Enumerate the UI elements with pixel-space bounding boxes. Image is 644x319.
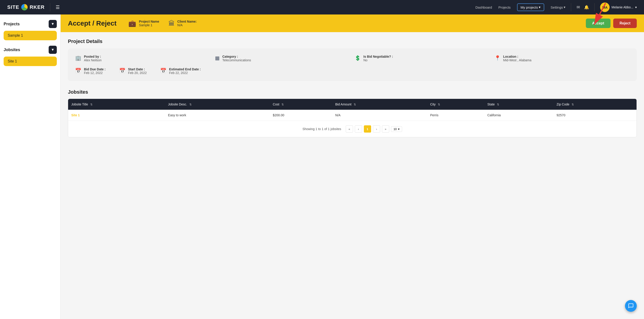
user-chevron-icon: ▾ xyxy=(635,6,637,9)
project-name-value: Sample 1 xyxy=(139,23,159,27)
filter-icon: ▼ xyxy=(51,48,54,52)
cell-bid-amount: N/A xyxy=(332,110,427,120)
table-body: Site 1 Easy to work $200.00 N/A Perris C… xyxy=(68,110,636,120)
mail-icon[interactable]: ✉ xyxy=(576,5,580,10)
nav-link-my-projects[interactable]: My projects ▾ xyxy=(517,4,544,11)
calendar-icon: 📅 xyxy=(75,68,81,74)
sort-icon[interactable]: ⇅ xyxy=(438,103,440,106)
chat-icon xyxy=(628,303,634,309)
table-header: Jobsite Title ⇅ Jobsite Desc. ⇅ Cost ⇅ xyxy=(68,99,636,110)
client-name-value: N/A xyxy=(178,23,197,27)
detail-bid-negotiable: 💲 Is Bid Negotiable? : No xyxy=(354,55,490,62)
cell-title: Site 1 xyxy=(68,110,165,120)
cell-state: California xyxy=(484,110,554,120)
chat-button[interactable] xyxy=(625,300,637,312)
reject-button[interactable]: Reject xyxy=(613,18,637,28)
jobsites-section-title: Jobsites xyxy=(4,48,20,52)
chevron-down-icon: ▾ xyxy=(398,127,400,131)
pagination-info: Showing 1 to 1 of 1 jobsites xyxy=(302,127,341,131)
main-content: Accept / Reject 💼 Project Name Sample 1 … xyxy=(61,14,644,319)
projects-section-title: Projects xyxy=(4,22,20,26)
projects-filter-button[interactable]: ▼ xyxy=(49,20,57,28)
calendar-icon: 📅 xyxy=(160,68,166,74)
location-icon: 📍 xyxy=(494,55,500,61)
layout: Projects ▼ Sample 1 Jobsites ▼ Site 1 Ac… xyxy=(0,14,644,319)
bell-icon[interactable]: 🔔 xyxy=(584,5,589,10)
detail-end-date: 📅 Estimated End Date : Feb 22, 2022 xyxy=(160,68,201,75)
next-page-button[interactable]: › xyxy=(373,125,380,132)
nav-link-dashboard[interactable]: Dashboard xyxy=(476,6,492,9)
col-header-city: City ⇅ xyxy=(427,99,484,110)
dollar-icon: 💲 xyxy=(354,55,361,61)
project-name-label: Project Name xyxy=(139,20,159,23)
building-icon: 🏛 xyxy=(168,20,175,27)
nav-link-projects[interactable]: Projects xyxy=(498,6,510,9)
header-actions: Accept Reject xyxy=(586,18,637,28)
per-page-select[interactable]: 10 ▾ xyxy=(391,126,402,132)
detail-category: ▦ Category : Telecommunications xyxy=(215,55,350,62)
jobsites-section-header: Jobsites ▼ xyxy=(4,46,57,54)
detail-location: 📍 Location : Mid-West , Alabama xyxy=(494,55,630,62)
sidebar-item-site1[interactable]: Site 1 xyxy=(4,56,57,66)
avatar: MA xyxy=(600,2,610,12)
nav-link-settings[interactable]: Settings ▾ xyxy=(550,5,566,9)
detail-bid-due: 📅 Bid Due Date : Feb 12, 2022 xyxy=(75,68,106,75)
project-details-title: Project Details xyxy=(68,38,637,44)
hamburger-icon[interactable]: ☰ xyxy=(56,4,60,10)
jobsites-filter-button[interactable]: ▼ xyxy=(49,46,57,54)
projects-section-header: Projects ▼ xyxy=(4,20,57,28)
accept-button[interactable]: Accept xyxy=(586,18,610,28)
building-icon: 🏢 xyxy=(75,55,81,61)
jobsites-title: Jobsites xyxy=(68,89,637,95)
per-page-value: 10 xyxy=(394,127,397,131)
chevron-down-icon: ▾ xyxy=(564,5,566,9)
cell-cost: $200.00 xyxy=(270,110,332,120)
sort-icon[interactable]: ⇅ xyxy=(354,103,356,106)
header-client-name: 🏛 Client Name: N/A xyxy=(168,20,197,27)
project-details-card: 🏢 Posted by : Alex Neilson ▦ Category : … xyxy=(68,48,637,81)
chevron-down-icon: ▾ xyxy=(539,5,540,9)
table-row: Site 1 Easy to work $200.00 N/A Perris C… xyxy=(68,110,636,120)
page-title: Accept / Reject xyxy=(68,20,116,27)
cell-city: Perris xyxy=(427,110,484,120)
nav-divider xyxy=(50,3,50,11)
col-header-desc: Jobsite Desc. ⇅ xyxy=(165,99,270,110)
last-page-button[interactable]: » xyxy=(382,125,389,132)
username-label: Melanie Abbo... xyxy=(612,6,633,9)
sort-icon[interactable]: ⇅ xyxy=(190,103,192,106)
header-project-info: 💼 Project Name Sample 1 🏛 Client Name: N… xyxy=(128,20,578,27)
detail-start-date: 📅 Start Date : Feb 20, 2022 xyxy=(119,68,147,75)
header-project-name: 💼 Project Name Sample 1 xyxy=(128,20,159,27)
sidebar: Projects ▼ Sample 1 Jobsites ▼ Site 1 xyxy=(0,14,61,319)
sort-icon[interactable]: ⇅ xyxy=(572,103,574,106)
cell-desc: Easy to work xyxy=(165,110,270,120)
cell-zip: 92570 xyxy=(553,110,636,120)
col-header-zip: Zip Code ⇅ xyxy=(553,99,636,110)
user-menu[interactable]: MA Melanie Abbo... ▾ xyxy=(600,2,637,12)
detail-posted-by: 🏢 Posted by : Alex Neilson xyxy=(75,55,210,62)
filter-icon: ▼ xyxy=(51,22,54,26)
jobsites-table: Jobsite Title ⇅ Jobsite Desc. ⇅ Cost ⇅ xyxy=(68,99,636,120)
sidebar-item-sample1[interactable]: Sample 1 xyxy=(4,31,57,40)
col-header-state: State ⇅ xyxy=(484,99,554,110)
logo[interactable]: SITE RKER xyxy=(7,4,44,10)
sort-icon[interactable]: ⇅ xyxy=(282,103,284,106)
client-name-label: Client Name: xyxy=(178,20,197,23)
project-details-grid: 🏢 Posted by : Alex Neilson ▦ Category : … xyxy=(75,55,630,62)
sort-icon[interactable]: ⇅ xyxy=(90,103,92,106)
sort-icon[interactable]: ⇅ xyxy=(497,103,499,106)
page-header: Accept / Reject 💼 Project Name Sample 1 … xyxy=(61,14,644,32)
briefcase-icon: 💼 xyxy=(128,20,136,27)
prev-page-button[interactable]: ‹ xyxy=(355,125,362,132)
calendar-icon: 📅 xyxy=(119,68,125,74)
col-header-title: Jobsite Title ⇅ xyxy=(68,99,165,110)
jobsite-link[interactable]: Site 1 xyxy=(71,113,80,117)
project-details-row2: 📅 Bid Due Date : Feb 12, 2022 📅 Start Da… xyxy=(75,68,630,75)
page-1-button[interactable]: 1 xyxy=(364,125,371,132)
first-page-button[interactable]: « xyxy=(346,125,353,132)
content-area: Project Details 🏢 Posted by : Alex Neils… xyxy=(61,32,644,319)
col-header-cost: Cost ⇅ xyxy=(270,99,332,110)
pagination: Showing 1 to 1 of 1 jobsites « ‹ 1 › » 1… xyxy=(68,120,636,137)
jobsites-table-wrapper: Jobsite Title ⇅ Jobsite Desc. ⇅ Cost ⇅ xyxy=(68,99,637,137)
category-icon: ▦ xyxy=(215,55,220,61)
